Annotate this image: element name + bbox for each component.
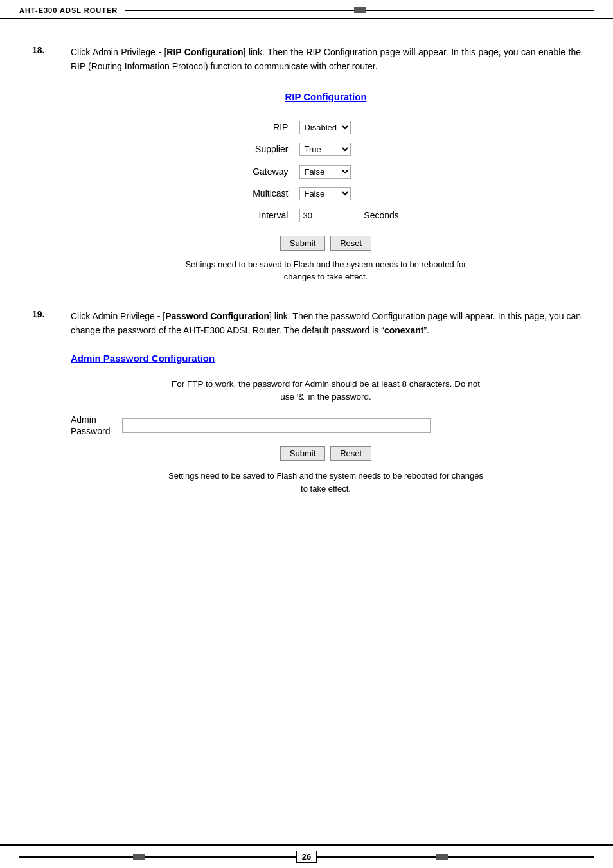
admin-flash-note-line2: to take effect. — [301, 484, 351, 493]
rip-flash-note-line1: Settings need to be saved to Flash and t… — [185, 260, 466, 269]
interval-cell: Seconds — [294, 204, 404, 226]
section-19-text-end: ”. — [423, 325, 429, 335]
supplier-select-cell[interactable]: True False — [294, 138, 404, 160]
multicast-label: Multicast — [247, 182, 294, 204]
admin-config-title: Admin Password Configuration — [71, 351, 581, 366]
supplier-label: Supplier — [247, 138, 294, 160]
header-logo: AHT-E300 ADSL ROUTER — [19, 6, 118, 14]
rip-label: RIP — [247, 116, 294, 138]
section-18-link: RIP Configuration — [166, 47, 243, 57]
interval-label: Interval — [247, 204, 294, 226]
multicast-row: Multicast True False — [247, 182, 404, 204]
main-content: 18. Click Admin Privilege - [RIP Configu… — [0, 19, 613, 546]
rip-row: RIP Disabled Enabled — [247, 116, 404, 138]
section-19: 19. Click Admin Privilege - [Password Co… — [32, 309, 581, 502]
admin-label-line1: Admin — [71, 414, 122, 425]
admin-reset-button[interactable]: Reset — [330, 446, 371, 461]
rip-flash-note-line2: changes to take effect. — [284, 272, 368, 281]
supplier-row: Supplier True False — [247, 138, 404, 160]
section-18-number: 18. — [32, 45, 71, 290]
page-container: AHT-E300 ADSL ROUTER 18. Click Admin Pri… — [0, 0, 613, 868]
section-19-number: 19. — [32, 309, 71, 502]
interval-row: Interval Seconds — [247, 204, 404, 226]
gateway-select-cell[interactable]: True False — [294, 161, 404, 182]
admin-config-box: Admin Password Configuration For FTP to … — [71, 351, 581, 495]
rip-form-table: RIP Disabled Enabled Supplier — [247, 116, 404, 227]
multicast-select-cell[interactable]: True False — [294, 182, 404, 204]
rip-select[interactable]: Disabled Enabled — [299, 121, 351, 134]
admin-password-row: Admin Password — [71, 414, 581, 437]
admin-submit-button[interactable]: Submit — [280, 446, 325, 461]
admin-note-line1: For FTP to work, the password for Admin … — [172, 379, 480, 389]
gateway-select[interactable]: True False — [299, 165, 351, 179]
section-18: 18. Click Admin Privilege - [RIP Configu… — [32, 45, 581, 290]
section-18-body: Click Admin Privilege - [RIP Configurati… — [71, 45, 581, 290]
multicast-select[interactable]: True False — [299, 187, 351, 200]
rip-config-title: RIP Configuration — [172, 89, 480, 105]
admin-note-line2: use '&' in the password. — [280, 392, 371, 402]
rip-submit-button[interactable]: Submit — [280, 236, 325, 251]
admin-buttons-row: Submit Reset — [71, 446, 581, 461]
admin-config-note: For FTP to work, the password for Admin … — [71, 378, 581, 404]
section-19-link: Password Configuration — [165, 311, 269, 321]
rip-select-cell[interactable]: Disabled Enabled — [294, 116, 404, 138]
gateway-row: Gateway True False — [247, 161, 404, 182]
rip-buttons-row: Submit Reset — [172, 236, 480, 251]
admin-flash-note: Settings need to be saved to Flash and t… — [71, 470, 581, 495]
admin-label-line2: Password — [71, 425, 122, 437]
page-footer: 26 — [0, 844, 613, 868]
supplier-select[interactable]: True False — [299, 143, 351, 156]
rip-flash-note: Settings need to be saved to Flash and t… — [172, 258, 480, 283]
gateway-label: Gateway — [247, 161, 294, 182]
rip-config-box: RIP Configuration RIP Disabled Enabled — [172, 89, 480, 283]
admin-password-input[interactable] — [122, 418, 431, 433]
admin-password-label: Admin Password — [71, 414, 122, 437]
section-19-body: Click Admin Privilege - [Password Config… — [71, 309, 581, 502]
seconds-label: Seconds — [364, 210, 398, 220]
page-header: AHT-E300 ADSL ROUTER — [0, 0, 613, 19]
section-19-text-pre: Click Admin Privilege - [ — [71, 311, 165, 321]
page-number: 26 — [296, 851, 317, 863]
interval-input[interactable] — [299, 209, 357, 222]
rip-reset-button[interactable]: Reset — [330, 236, 371, 251]
section-18-text-pre: Click Admin Privilege - [ — [71, 47, 166, 57]
admin-flash-note-line1: Settings need to be saved to Flash and t… — [168, 471, 483, 481]
default-password: conexant — [384, 325, 423, 335]
